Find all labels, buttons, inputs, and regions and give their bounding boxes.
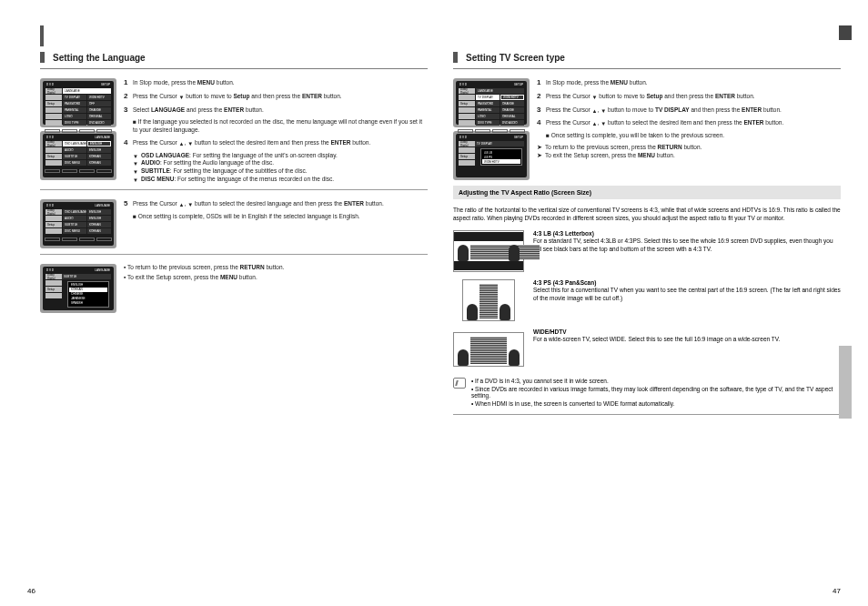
bullet-icon [133,169,138,175]
bullet-icon [133,154,138,159]
note-row: • If a DVD is in 4:3, you cannot see it … [453,378,841,409]
tab-marker-side [839,346,852,419]
tv-screen-dropdown: D V DLANGUAGE Dolby DigitalSetup SUBTITL… [40,264,116,313]
section-marker [40,25,44,46]
tab-marker-top [839,25,852,40]
right-heading: Setting TV Screen type [453,53,841,69]
steps-a: 1In Stop mode, press the MENU button. 2P… [124,78,428,184]
steps-b: 5Press the Cursor , button to select the… [124,199,428,248]
tv-title-right: SETUP [101,83,110,86]
tv-screen-dd-r: D V DSETUP Dolby DigitalSetup TV DISPLAY… [453,131,530,180]
tv-group-a: D V DSETUP Dolby DigitalLANGUAGETV DISPL… [40,78,116,184]
left-column: Setting the Language D V DSETUP Dolby Di… [40,53,428,424]
ratio-band-title: Adjusting the TV Aspect Ratio (Screen Si… [453,186,841,199]
page-number-left: 46 [27,587,35,595]
tv-group-r: D V DSETUP Dolby DigitalLANGUAGETV DISPL… [453,78,530,180]
tv-screen-setup: D V DSETUP Dolby DigitalLANGUAGETV DISPL… [40,78,116,127]
bullet-icon [133,161,138,167]
exit-hints: ▪ To return to the previous screen, pres… [124,264,428,313]
tv-title-left: D V D [46,83,54,86]
page-number-right: 47 [833,587,841,595]
right-column: Setting TV Screen type D V DSETUP Dolby … [453,53,841,424]
steps-r: 1In Stop mode, press the MENU button. 2P… [537,78,841,180]
tv-screen-language-2: D V DLANGUAGE Dolby DigitalOSD LANGUAGEE… [40,199,116,248]
note-icon [453,378,466,389]
tv-screen-setup-r: D V DSETUP Dolby DigitalLANGUAGETV DISPL… [453,78,530,127]
ratio-band-sub: The ratio of the horizontal to the verti… [453,207,841,223]
left-heading: Setting the Language [40,53,428,69]
tv-screen-language: D V DLANGUAGE Dolby DigitalOSD LANGUAGEE… [40,131,116,180]
bullet-icon [133,177,138,183]
